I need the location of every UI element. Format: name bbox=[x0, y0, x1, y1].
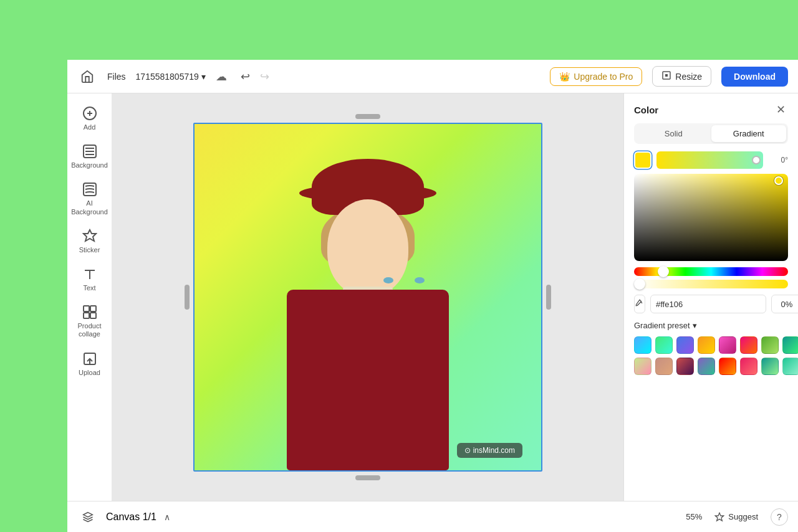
background-label: Background bbox=[71, 161, 108, 169]
resize-handle-right[interactable] bbox=[546, 285, 551, 310]
svg-rect-12 bbox=[90, 306, 96, 311]
color-panel-title: Color bbox=[634, 105, 658, 115]
upgrade-label: Upgrade to Pro bbox=[574, 72, 633, 82]
svg-rect-14 bbox=[90, 313, 96, 318]
woman-figure bbox=[274, 146, 461, 470]
sidebar-item-product-collage[interactable]: Product collage bbox=[70, 300, 110, 343]
preset-swatch-15[interactable] bbox=[782, 358, 798, 375]
sidebar-item-sticker[interactable]: Sticker bbox=[70, 224, 110, 259]
product-collage-label: Product collage bbox=[74, 322, 106, 338]
filename-dropdown[interactable]: 1715581805719 ▾ bbox=[136, 72, 206, 82]
sidebar-item-upload[interactable]: Upload bbox=[70, 346, 110, 382]
sidebar-item-ai-background[interactable]: AI Background bbox=[70, 177, 110, 221]
preset-swatch-11[interactable] bbox=[698, 358, 715, 375]
sticker-label: Sticker bbox=[79, 246, 100, 254]
undo-button[interactable]: ↩ bbox=[237, 67, 254, 86]
preset-swatch-10[interactable] bbox=[676, 358, 694, 375]
resize-handle-left[interactable] bbox=[185, 285, 190, 310]
solid-tab[interactable]: Solid bbox=[636, 125, 711, 142]
preset-swatch-3[interactable] bbox=[698, 336, 715, 354]
eyedropper-button[interactable] bbox=[634, 295, 645, 313]
hex-opacity-row bbox=[624, 295, 798, 313]
preset-swatch-6[interactable] bbox=[761, 336, 779, 354]
preset-swatch-14[interactable] bbox=[761, 358, 779, 375]
canvas-image[interactable]: ⊙ insMind.com bbox=[193, 123, 542, 472]
sidebar-item-text[interactable]: Text bbox=[70, 262, 110, 297]
svg-marker-21 bbox=[716, 513, 724, 521]
home-button[interactable] bbox=[77, 67, 97, 87]
sidebar-item-background[interactable]: Background bbox=[70, 139, 110, 174]
zoom-display: 55% bbox=[686, 512, 702, 521]
hue-slider[interactable] bbox=[634, 267, 788, 276]
preset-chevron-icon: ▾ bbox=[693, 321, 697, 330]
undo-redo-group: ↩ ↪ bbox=[237, 67, 273, 86]
download-button[interactable]: Download bbox=[721, 67, 788, 87]
add-label: Add bbox=[84, 123, 96, 131]
resize-button[interactable]: Resize bbox=[652, 66, 711, 87]
color-panel: Color ✕ Solid Gradient 0° bbox=[623, 93, 798, 382]
upgrade-button[interactable]: 👑 Upgrade to Pro bbox=[550, 67, 642, 86]
solid-gradient-tabs: Solid Gradient bbox=[634, 123, 788, 144]
suggest-label: Suggest bbox=[728, 512, 758, 521]
text-label: Text bbox=[83, 284, 95, 292]
svg-line-19 bbox=[640, 302, 642, 303]
color-picker-handle[interactable] bbox=[774, 176, 783, 185]
preset-swatch-2[interactable] bbox=[676, 336, 694, 354]
close-color-panel-button[interactable]: ✕ bbox=[773, 102, 788, 117]
help-button[interactable]: ? bbox=[771, 508, 788, 526]
color-picker-area[interactable] bbox=[634, 174, 788, 261]
gradient-slider-bar[interactable] bbox=[656, 151, 763, 169]
layers-button[interactable] bbox=[77, 509, 99, 525]
product-collage-icon bbox=[82, 305, 97, 320]
text-icon bbox=[82, 267, 97, 282]
hex-input[interactable] bbox=[650, 295, 766, 313]
resize-handle-bottom[interactable] bbox=[355, 475, 380, 480]
hue-thumb bbox=[658, 266, 669, 277]
eye-right bbox=[415, 277, 425, 283]
sidebar-item-add[interactable]: Add bbox=[70, 101, 110, 136]
canvas-wrapper[interactable]: ⊙ insMind.com bbox=[193, 123, 542, 472]
preset-swatch-13[interactable] bbox=[740, 358, 757, 375]
preset-swatch-12[interactable] bbox=[719, 358, 736, 375]
opacity-slider[interactable] bbox=[634, 280, 788, 288]
preset-section: Gradient preset ▾ bbox=[624, 321, 798, 382]
ai-background-icon bbox=[82, 182, 97, 197]
dropdown-icon: ▾ bbox=[201, 72, 206, 82]
background-icon bbox=[82, 144, 97, 159]
svg-rect-11 bbox=[84, 306, 89, 311]
gradient-preset-header[interactable]: Gradient preset ▾ bbox=[634, 321, 788, 330]
preset-swatch-4[interactable] bbox=[719, 336, 736, 354]
sticker-icon bbox=[82, 229, 97, 244]
resize-handle-top[interactable] bbox=[355, 114, 380, 119]
face bbox=[327, 199, 408, 296]
upgrade-icon: 👑 bbox=[559, 72, 570, 82]
cloud-sync-icon: ☁ bbox=[216, 70, 227, 83]
preset-swatch-1[interactable] bbox=[655, 336, 673, 354]
eye-left bbox=[383, 277, 393, 283]
canvas-area: ⊙ insMind.com bbox=[112, 93, 623, 501]
watermark: ⊙ insMind.com bbox=[457, 443, 522, 458]
preset-swatch-5[interactable] bbox=[740, 336, 757, 354]
gradient-color-stop[interactable] bbox=[634, 151, 651, 169]
upload-icon bbox=[82, 351, 97, 366]
filename-text: 1715581805719 bbox=[136, 72, 199, 82]
preset-grid bbox=[634, 336, 788, 375]
suggest-button[interactable]: Suggest bbox=[709, 510, 763, 525]
add-icon bbox=[82, 106, 97, 121]
preset-swatch-7[interactable] bbox=[782, 336, 798, 354]
preset-swatch-9[interactable] bbox=[655, 358, 673, 375]
sidebar: Add Background AI Background bbox=[67, 93, 112, 532]
expand-icon[interactable]: ∧ bbox=[164, 512, 170, 522]
gradient-angle: 0° bbox=[768, 156, 788, 164]
canvas-label: Canvas 1/1 bbox=[106, 511, 156, 523]
resize-label: Resize bbox=[675, 72, 702, 82]
gradient-tab[interactable]: Gradient bbox=[711, 125, 787, 142]
opacity-input[interactable] bbox=[771, 295, 798, 313]
preset-swatch-8[interactable] bbox=[634, 358, 651, 375]
coat bbox=[287, 290, 449, 470]
preset-swatch-0[interactable] bbox=[634, 336, 651, 354]
color-picker-gradient[interactable] bbox=[634, 174, 788, 261]
resize-icon bbox=[661, 70, 671, 82]
files-button[interactable]: Files bbox=[107, 72, 126, 82]
redo-button[interactable]: ↪ bbox=[256, 67, 273, 86]
